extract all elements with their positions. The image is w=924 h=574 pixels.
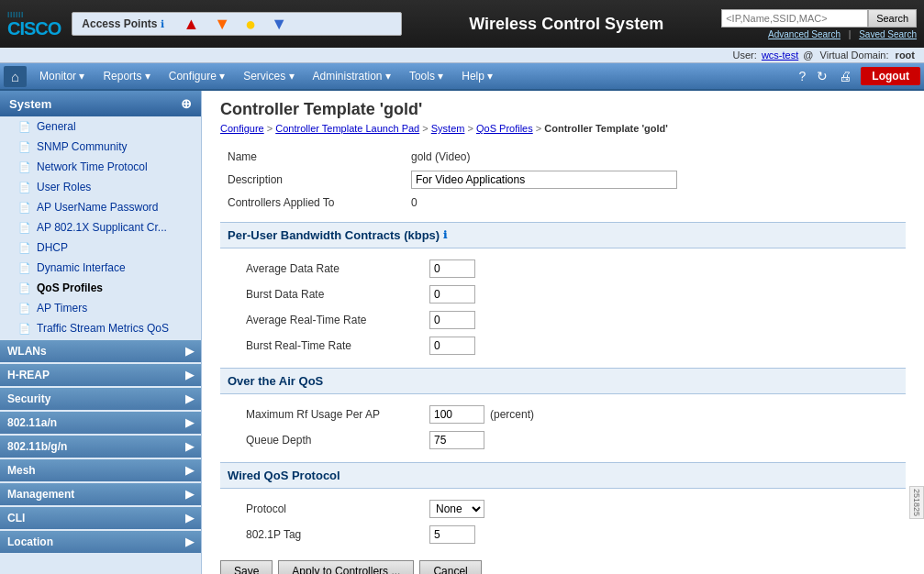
section-arrow-icon: ▶ <box>185 416 194 429</box>
doc-icon: 📄 <box>18 202 31 214</box>
nav-item-monitor[interactable]: Monitor ▾ <box>30 66 94 86</box>
breadcrumb-current: Controller Template 'gold' <box>544 123 668 134</box>
section-arrow-icon: ▶ <box>185 369 194 381</box>
sidebar-section-wlans[interactable]: WLANs▶ <box>0 340 201 362</box>
sidebar-system-header[interactable]: System ⊕ <box>0 91 201 116</box>
avg-data-rate-row: Average Data Rate <box>220 256 906 281</box>
over-air-form-table: Maximum Rf Usage Per AP (percent) Queue … <box>220 402 906 453</box>
refresh-icon[interactable]: ↻ <box>817 69 828 83</box>
search-area: Search Advanced Search | Saved Search <box>721 9 917 39</box>
avg-data-rate-input[interactable] <box>429 259 475 278</box>
nav-bar: ⌂ Monitor ▾ Reports ▾ Configure ▾ Servic… <box>0 63 924 91</box>
sidebar-item-dhcp[interactable]: 📄DHCP <box>0 237 201 258</box>
sidebar-item-snmp[interactable]: 📄SNMP Community <box>0 137 201 157</box>
sidebar-section-80211an[interactable]: 802.11a/n▶ <box>0 412 201 434</box>
user-bar: User: wcs-test @ Virtual Domain: root <box>0 48 924 63</box>
section-arrow-icon: ▶ <box>185 440 194 453</box>
saved-search-link[interactable]: Saved Search <box>859 29 917 39</box>
name-label: Name <box>220 147 404 167</box>
avg-realtime-row: Average Real-Time Rate <box>220 307 906 333</box>
sidebar-item-qos-profiles[interactable]: 📄QoS Profiles <box>0 278 201 298</box>
max-rf-unit: (percent) <box>490 408 534 421</box>
wcs-title-area: Wireless Control System <box>411 15 721 34</box>
bandwidth-form-table: Average Data Rate Burst Data Rate Averag… <box>220 256 906 359</box>
description-label: Description <box>220 167 404 193</box>
sidebar-expand-icon[interactable]: ⊕ <box>181 96 192 111</box>
doc-icon: 📄 <box>18 222 31 234</box>
page-title: Controller Template 'gold' <box>220 100 906 119</box>
cisco-logo: اااااا CISCO <box>7 11 61 38</box>
access-points-bar[interactable]: Access Points ℹ ▲ ▼ ● ▼ <box>72 12 402 36</box>
bandwidth-info-icon[interactable]: ℹ <box>443 229 447 241</box>
protocol-select[interactable]: None Dot1p DSCP <box>429 500 484 518</box>
user-link[interactable]: wcs-test <box>762 50 798 61</box>
breadcrumb-qos-profiles[interactable]: QoS Profiles <box>476 123 533 134</box>
nav-item-administration[interactable]: Administration ▾ <box>304 66 400 86</box>
main-area: System ⊕ 📄General 📄SNMP Community 📄Netwo… <box>0 91 924 574</box>
search-button[interactable]: Search <box>868 9 917 28</box>
controllers-applied-row: Controllers Applied To 0 <box>220 193 906 213</box>
sidebar-item-ap-username[interactable]: 📄AP UserName Password <box>0 197 201 217</box>
avg-realtime-input[interactable] <box>429 311 475 329</box>
burst-realtime-input[interactable] <box>429 337 475 355</box>
wired-qos-form-table: Protocol None Dot1p DSCP 802.1P Tag <box>220 496 906 547</box>
doc-icon: 📄 <box>18 242 31 254</box>
8021p-tag-row: 802.1P Tag <box>220 522 906 547</box>
nav-item-help[interactable]: Help ▾ <box>452 66 502 86</box>
buttons-row: Save Apply to Controllers ... Cancel <box>220 560 906 574</box>
sidebar-section-location[interactable]: Location▶ <box>0 531 201 553</box>
breadcrumb-system[interactable]: System <box>431 123 465 134</box>
sidebar-item-ap-8021x[interactable]: 📄AP 802.1X Supplicant Cr... <box>0 217 201 237</box>
nav-item-configure[interactable]: Configure ▾ <box>160 66 234 86</box>
print-icon[interactable]: 🖨 <box>839 69 852 83</box>
section-arrow-icon: ▶ <box>185 345 194 358</box>
controllers-applied-label: Controllers Applied To <box>220 193 404 213</box>
sidebar-item-dynamic-interface[interactable]: 📄Dynamic Interface <box>0 258 201 278</box>
avg-data-rate-label: Average Data Rate <box>220 256 422 281</box>
nav-item-reports[interactable]: Reports ▾ <box>94 66 159 86</box>
queue-depth-row: Queue Depth <box>220 427 906 453</box>
save-button[interactable]: Save <box>220 560 273 574</box>
doc-icon: 📄 <box>18 303 31 315</box>
header: اااااا CISCO Access Points ℹ ▲ ▼ ● ▼ Wir… <box>0 0 924 48</box>
sidebar-section-mesh[interactable]: Mesh▶ <box>0 459 201 481</box>
breadcrumb-template-launch-pad[interactable]: Controller Template Launch Pad <box>275 123 419 134</box>
logout-button[interactable]: Logout <box>861 67 920 85</box>
advanced-search-link[interactable]: Advanced Search <box>768 29 841 39</box>
nav-item-services[interactable]: Services ▾ <box>234 66 303 86</box>
sidebar-item-ntp[interactable]: 📄Network Time Protocol <box>0 157 201 177</box>
sidebar-section-security[interactable]: Security▶ <box>0 388 201 410</box>
search-links: Advanced Search | Saved Search <box>768 29 917 39</box>
max-rf-input[interactable] <box>429 405 484 424</box>
section-arrow-icon: ▶ <box>185 488 194 501</box>
description-input[interactable] <box>411 171 677 189</box>
8021p-tag-input[interactable] <box>429 525 475 544</box>
sidebar-section-management[interactable]: Management▶ <box>0 483 201 505</box>
content-area: Controller Template 'gold' Configure > C… <box>202 91 924 574</box>
protocol-label: Protocol <box>220 496 422 522</box>
sidebar-section-cli[interactable]: CLI▶ <box>0 507 201 529</box>
sidebar-item-traffic-stream[interactable]: 📄Traffic Stream Metrics QoS <box>0 318 201 338</box>
burst-data-rate-input[interactable] <box>429 285 475 304</box>
home-button[interactable]: ⌂ <box>4 66 27 87</box>
burst-data-rate-label: Burst Data Rate <box>220 281 422 307</box>
burst-realtime-label: Burst Real-Time Rate <box>220 333 422 359</box>
search-input[interactable] <box>721 9 868 28</box>
sidebar-item-user-roles[interactable]: 📄User Roles <box>0 177 201 197</box>
sidebar-item-ap-timers[interactable]: 📄AP Timers <box>0 298 201 318</box>
sidebar-section-80211bgn[interactable]: 802.11b/g/n▶ <box>0 436 201 458</box>
section-arrow-icon: ▶ <box>185 535 194 548</box>
help-icon[interactable]: ? <box>799 69 807 83</box>
sidebar-item-general[interactable]: 📄General <box>0 116 201 137</box>
nav-item-tools[interactable]: Tools ▾ <box>400 66 452 86</box>
cancel-button[interactable]: Cancel <box>419 560 481 574</box>
sidebar-section-hreap[interactable]: H-REAP▶ <box>0 364 201 386</box>
queue-depth-input[interactable] <box>429 431 484 449</box>
bandwidth-section-header: Per-User Bandwidth Contracts (kbps) ℹ <box>220 222 906 248</box>
section-arrow-icon: ▶ <box>185 464 194 477</box>
wcs-title: Wireless Control System <box>469 15 663 33</box>
controllers-applied-value: 0 <box>404 193 906 213</box>
max-rf-row: Maximum Rf Usage Per AP (percent) <box>220 402 906 427</box>
breadcrumb-configure[interactable]: Configure <box>220 123 264 134</box>
apply-to-controllers-button[interactable]: Apply to Controllers ... <box>278 560 414 574</box>
